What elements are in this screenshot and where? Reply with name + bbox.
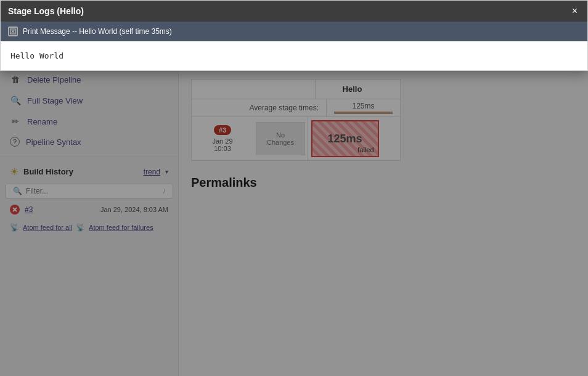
modal-overlay: Stage Logs (Hello) × Print Message -- He… <box>0 0 588 376</box>
modal-title: Stage Logs (Hello) <box>8 6 84 16</box>
step-bar-text: Print Message -- Hello World (self time … <box>23 27 172 36</box>
step-icon <box>8 27 18 36</box>
stage-logs-modal: Stage Logs (Hello) × Print Message -- He… <box>0 0 588 71</box>
modal-close-button[interactable]: × <box>570 6 580 17</box>
modal-header: Stage Logs (Hello) × <box>1 1 587 22</box>
modal-step-bar: Print Message -- Hello World (self time … <box>1 22 587 41</box>
log-output: Hello World <box>10 51 578 60</box>
modal-log-body: Hello World <box>1 41 587 70</box>
